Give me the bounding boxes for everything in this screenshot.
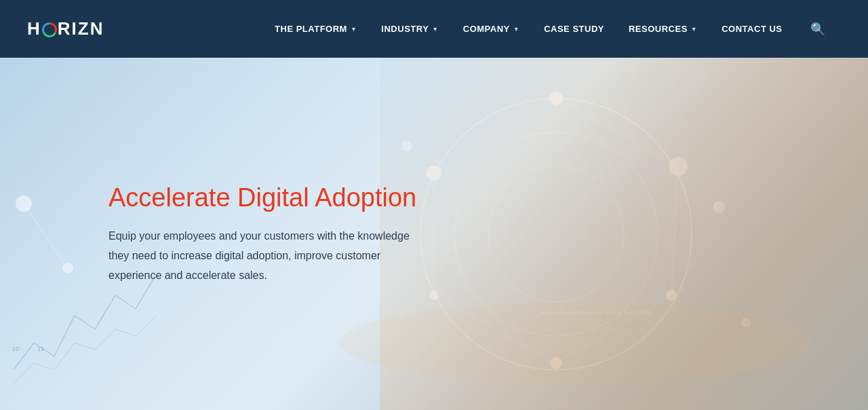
nav-label-case-study: CASE STUDY: [544, 24, 604, 34]
nav-label-the-platform: THE PLATFORM: [275, 24, 347, 34]
nav-item-company[interactable]: COMPANY ▼: [451, 0, 532, 58]
chevron-down-icon: ▼: [351, 26, 357, 33]
nav-item-industry[interactable]: INDUSTRY ▼: [369, 0, 450, 58]
nav-item-contact-us[interactable]: CONTACT US: [709, 0, 794, 58]
hero-subtitle: Equip your employees and your customers …: [108, 227, 420, 285]
nav-link-resources[interactable]: RESOURCES ▼: [616, 0, 709, 58]
nav-link-the-platform[interactable]: THE PLATFORM ▼: [262, 0, 369, 58]
nav-links: THE PLATFORM ▼ INDUSTRY ▼ COMPANY ▼ CASE…: [262, 0, 841, 58]
logo-text: HRIZN: [27, 18, 104, 39]
chevron-down-icon: ▼: [513, 26, 519, 33]
nav-link-company[interactable]: COMPANY ▼: [451, 0, 532, 58]
hero-section: Jan Feb March April May June July Aug Se…: [0, 58, 868, 410]
nav-link-contact-us[interactable]: CONTACT US: [709, 0, 794, 58]
nav-label-contact-us: CONTACT US: [722, 24, 782, 34]
chevron-down-icon: ▼: [432, 26, 438, 33]
hero-title: Accelerate Digital Adoption: [108, 183, 420, 214]
nav-link-industry[interactable]: INDUSTRY ▼: [369, 0, 450, 58]
search-icon[interactable]: 🔍: [807, 22, 829, 37]
nav-label-industry: INDUSTRY: [381, 24, 429, 34]
nav-link-case-study[interactable]: CASE STUDY: [532, 0, 616, 58]
logo-o-icon: [42, 22, 57, 37]
nav-label-resources: RESOURCES: [629, 24, 688, 34]
nav-item-search[interactable]: 🔍: [795, 0, 842, 58]
nav-link-search[interactable]: 🔍: [795, 0, 842, 58]
navbar: HRIZN THE PLATFORM ▼ INDUSTRY ▼ COMPANY …: [0, 0, 868, 58]
nav-item-resources[interactable]: RESOURCES ▼: [616, 0, 709, 58]
nav-item-the-platform[interactable]: THE PLATFORM ▼: [262, 0, 369, 58]
chevron-down-icon: ▼: [691, 26, 697, 33]
logo[interactable]: HRIZN: [27, 18, 104, 39]
nav-label-company: COMPANY: [463, 24, 510, 34]
hero-content: Accelerate Digital Adoption Equip your e…: [0, 183, 420, 286]
nav-item-case-study[interactable]: CASE STUDY: [532, 0, 616, 58]
